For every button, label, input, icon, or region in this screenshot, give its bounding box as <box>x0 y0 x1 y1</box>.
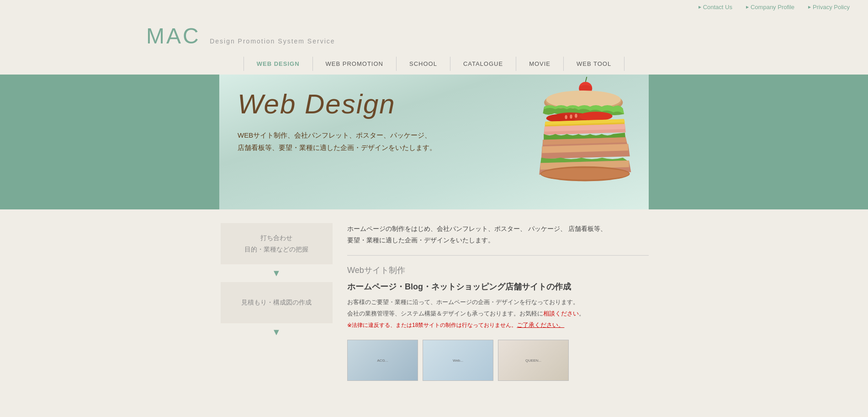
svg-point-13 <box>541 168 629 179</box>
arrow-down-1: ▼ <box>221 268 333 278</box>
svg-point-7 <box>579 112 613 121</box>
svg-point-11 <box>565 115 567 119</box>
arrow-down-2: ▼ <box>221 327 333 337</box>
thumb-2[interactable]: Web... <box>423 340 493 381</box>
step-meeting: 打ち合わせ 目的・業種などの把握 <box>221 223 333 264</box>
step-estimate: 見積もり・構成図の作成 <box>221 282 333 323</box>
thumbnail-row: ACG... Web... QUEEN... <box>347 340 649 381</box>
privacy-policy-link[interactable]: Privacy Policy <box>808 4 850 11</box>
thumb-3[interactable]: QUEEN... <box>498 340 569 381</box>
hero-sandwich <box>493 75 649 209</box>
notice-link[interactable]: ご了承ください。 <box>517 321 564 328</box>
section-label: Webサイト制作 <box>347 265 649 276</box>
section-title: ホームページ・Blog・ネットショッピング店舗サイトの作成 <box>347 281 649 292</box>
separator-1 <box>347 255 649 256</box>
nav-catalogue[interactable]: CATALOGUE <box>450 57 516 71</box>
svg-point-10 <box>575 114 577 118</box>
nav-web-promotion[interactable]: WEB PROMOTION <box>313 57 397 71</box>
hero-outer: Web Design WEBサイト制作、会社パンフレット、ポスター、パッケージ、… <box>0 75 868 209</box>
intro-text: ホームページの制作をはじめ、会社パンフレット、ポスター、 パッケージ、 店舗看板… <box>347 223 649 246</box>
company-profile-link[interactable]: Company Profile <box>746 4 794 11</box>
hero-banner: Web Design WEBサイト制作、会社パンフレット、ポスター、パッケージ、… <box>219 75 649 209</box>
nav-web-tool[interactable]: WEB TOOL <box>564 57 625 71</box>
left-sidebar: 打ち合わせ 目的・業種などの把握 ▼ 見積もり・構成図の作成 ▼ <box>219 223 333 381</box>
svg-line-2 <box>586 77 587 82</box>
notice-text: ※法律に違反する、または18禁サイトの制作は行なっておりません。 <box>347 322 517 328</box>
hero-desc: WEBサイト制作、会社パンフレット、ポスター、パッケージ、 店舗看板等、要望・業… <box>238 129 436 154</box>
section-body: お客様のご要望・業種に沿って、ホームページの企画・デザインを行なっております。 … <box>347 297 649 331</box>
thumb-1[interactable]: ACG... <box>347 340 418 381</box>
nav-web-design[interactable]: WEB DESIGN <box>243 57 313 71</box>
hero-inner-wrapper: Web Design WEBサイト制作、会社パンフレット、ポスター、パッケージ、… <box>219 75 649 209</box>
nav-school[interactable]: SCHOOL <box>397 57 450 71</box>
hero-title: Web Design <box>238 88 436 120</box>
consult-link[interactable]: 相談ください <box>543 310 579 317</box>
nav-movie[interactable]: MOVIE <box>516 57 564 71</box>
hero-text-block: Web Design WEBサイト制作、会社パンフレット、ポスター、パッケージ、… <box>238 88 436 154</box>
logo-main: MAC <box>146 23 201 48</box>
right-content: ホームページの制作をはじめ、会社パンフレット、ポスター、 パッケージ、 店舗看板… <box>347 223 649 381</box>
logo-area: MAC Design Promotion System Service <box>0 14 868 53</box>
svg-point-9 <box>570 114 572 118</box>
logo-sub: Design Promotion System Service <box>210 37 335 45</box>
sandwich-illustration <box>507 77 635 209</box>
top-bar: Contact Us Company Profile Privacy Polic… <box>0 0 868 14</box>
main-content: 打ち合わせ 目的・業種などの把握 ▼ 見積もり・構成図の作成 ▼ ホームページの… <box>219 209 649 395</box>
contact-us-link[interactable]: Contact Us <box>699 4 732 11</box>
nav-bar: WEB DESIGN WEB PROMOTION SCHOOL CATALOGU… <box>0 53 868 75</box>
